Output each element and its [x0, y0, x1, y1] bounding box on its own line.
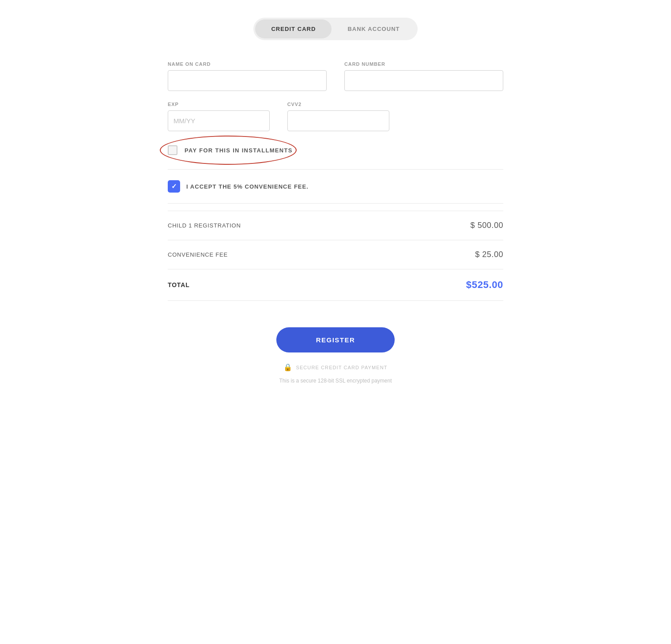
divider-3 — [168, 300, 503, 301]
card-number-group: CARD NUMBER — [344, 61, 503, 91]
secure-row: 🔒 SECURE CREDIT CARD PAYMENT — [283, 363, 387, 371]
register-button[interactable]: REGISTER — [276, 327, 395, 352]
tab-bank-account[interactable]: BANK ACCOUNT — [332, 19, 415, 38]
ssl-text: This is a secure 128-bit SSL encrypted p… — [279, 378, 392, 384]
name-on-card-label: NAME ON CARD — [168, 61, 327, 67]
tab-group: CREDIT CARD BANK ACCOUNT — [253, 18, 417, 40]
line-item-registration: CHILD 1 REGISTRATION $ 500.00 — [168, 211, 503, 240]
exp-group: EXP — [168, 102, 270, 131]
card-number-input[interactable] — [344, 70, 503, 91]
divider-2 — [168, 203, 503, 204]
card-number-label: CARD NUMBER — [344, 61, 503, 67]
register-section: REGISTER 🔒 SECURE CREDIT CARD PAYMENT Th… — [168, 327, 503, 384]
exp-input[interactable] — [168, 110, 270, 131]
line-item-fee-label: CONVENIENCE FEE — [168, 251, 228, 258]
line-item-total-label: TOTAL — [168, 281, 190, 288]
name-on-card-group: NAME ON CARD — [168, 61, 327, 91]
exp-label: EXP — [168, 102, 270, 107]
fee-acceptance-row: ✓ I ACCEPT THE 5% CONVENIENCE FEE. — [168, 180, 503, 193]
form-row-2: EXP CVV2 — [168, 102, 503, 131]
secure-label: SECURE CREDIT CARD PAYMENT — [296, 365, 387, 370]
fee-label: I ACCEPT THE 5% CONVENIENCE FEE. — [186, 183, 309, 190]
line-item-registration-amount: $ 500.00 — [471, 221, 503, 230]
divider-1 — [168, 169, 503, 170]
line-item-registration-label: CHILD 1 REGISTRATION — [168, 222, 241, 229]
payment-method-tabs: CREDIT CARD BANK ACCOUNT — [168, 18, 503, 40]
line-items: CHILD 1 REGISTRATION $ 500.00 CONVENIENC… — [168, 211, 503, 301]
installments-row: PAY FOR THIS IN INSTALLMENTS — [168, 145, 503, 155]
checkmark-icon: ✓ — [171, 182, 177, 190]
form-row-1: NAME ON CARD CARD NUMBER — [168, 61, 503, 91]
cvv2-label: CVV2 — [287, 102, 389, 107]
fee-checkbox[interactable]: ✓ — [168, 180, 180, 193]
name-on-card-input[interactable] — [168, 70, 327, 91]
cvv2-input[interactable] — [287, 110, 389, 131]
cvv2-group: CVV2 — [287, 102, 389, 131]
credit-card-form: NAME ON CARD CARD NUMBER EXP CVV2 — [168, 61, 503, 131]
line-item-total: TOTAL $525.00 — [168, 269, 503, 300]
lock-icon: 🔒 — [283, 363, 292, 371]
line-item-fee: CONVENIENCE FEE $ 25.00 — [168, 240, 503, 269]
line-item-fee-amount: $ 25.00 — [475, 250, 503, 259]
line-item-total-amount: $525.00 — [466, 279, 503, 291]
installments-label: PAY FOR THIS IN INSTALLMENTS — [185, 147, 293, 154]
installments-checkbox[interactable] — [168, 145, 177, 155]
tab-credit-card[interactable]: CREDIT CARD — [255, 19, 332, 38]
